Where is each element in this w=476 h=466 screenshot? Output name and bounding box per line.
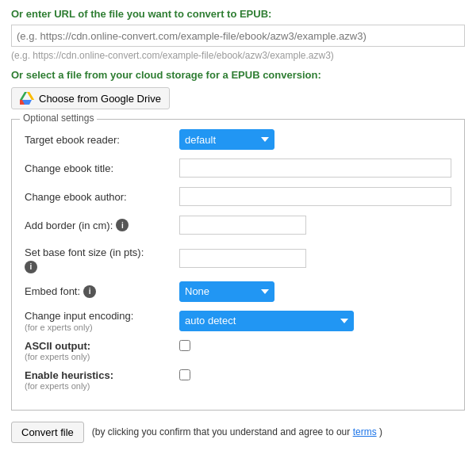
url-section: Or enter URL of the file you want to con…	[11, 8, 465, 61]
url-section-label: Or enter URL of the file you want to con…	[11, 8, 465, 20]
encoding-select[interactable]: auto detect UTF-8 ISO-8859-1	[179, 311, 354, 331]
svg-marker-6	[27, 92, 34, 100]
ascii-output-control	[179, 340, 451, 351]
terms-link[interactable]: terms	[353, 426, 377, 437]
font-size-info-icon[interactable]: i	[25, 261, 37, 273]
gdrive-icon	[20, 92, 34, 105]
add-border-row: Add border (in cm): i	[25, 215, 451, 235]
change-author-control	[179, 187, 451, 206]
change-author-row: Change ebook author:	[25, 186, 451, 207]
target-ebook-reader-row: Target ebook reader: default Kindle Kobo…	[25, 129, 451, 150]
url-input[interactable]	[11, 25, 465, 47]
optional-settings-panel: Optional settings Target ebook reader: d…	[11, 119, 465, 411]
heuristics-row: Enable heuristics: (for experts only)	[25, 369, 451, 391]
add-border-label: Add border (in cm): i	[25, 219, 179, 231]
heuristics-sublabel: (for experts only)	[25, 381, 179, 391]
disclaimer-prefix: (by clicking you confirm that you unders…	[92, 426, 351, 437]
heuristics-checkbox[interactable]	[179, 369, 190, 380]
change-title-label: Change ebook title:	[25, 162, 179, 174]
add-border-info-icon[interactable]: i	[116, 219, 129, 231]
gdrive-button-label: Choose from Google Drive	[39, 93, 161, 105]
font-size-control	[179, 249, 451, 268]
change-author-label: Change ebook author:	[25, 191, 179, 203]
heuristics-control	[179, 369, 451, 380]
encoding-control: auto detect UTF-8 ISO-8859-1	[179, 311, 451, 331]
cloud-section-label: Or select a file from your cloud storage…	[11, 69, 465, 81]
font-size-label: Set base font size (in pts): i	[25, 246, 179, 273]
ascii-label-stack: ASCII output: (for experts only)	[25, 340, 179, 361]
font-size-label-stack: Set base font size (in pts): i	[25, 246, 144, 273]
target-ebook-reader-control: default Kindle Kobo Nook	[179, 129, 451, 150]
ascii-output-label: ASCII output:	[25, 340, 179, 352]
encoding-row: Change input encoding: (for e xperts onl…	[25, 310, 451, 332]
target-ebook-reader-label: Target ebook reader:	[25, 134, 179, 146]
ascii-output-checkbox[interactable]	[179, 340, 190, 351]
ascii-output-row: ASCII output: (for experts only)	[25, 340, 451, 361]
embed-font-label: Embed font: i	[25, 285, 179, 298]
change-author-input[interactable]	[179, 187, 451, 206]
bottom-bar: Convert file (by clicking you confirm th…	[11, 422, 465, 443]
encoding-label-stack: Change input encoding: (for e xperts onl…	[25, 310, 133, 332]
embed-font-row: Embed font: i None Arial Times New Roman…	[25, 281, 451, 302]
font-size-row: Set base font size (in pts): i	[25, 243, 451, 273]
add-border-control	[179, 216, 451, 235]
disclaimer-text: (by clicking you confirm that you unders…	[92, 425, 382, 439]
ascii-output-sublabel: (for experts only)	[25, 352, 179, 361]
svg-marker-2	[20, 92, 27, 100]
add-border-input[interactable]	[179, 216, 306, 235]
change-title-input[interactable]	[179, 159, 451, 178]
embed-font-control: None Arial Times New Roman Courier	[179, 281, 451, 302]
cloud-section: Or select a file from your cloud storage…	[11, 69, 465, 119]
change-title-row: Change ebook title:	[25, 158, 451, 178]
heuristics-label: Enable heuristics:	[25, 369, 179, 381]
encoding-sublabel: (for e xperts only)	[25, 323, 133, 332]
embed-font-select[interactable]: None Arial Times New Roman Courier	[179, 281, 274, 302]
target-ebook-reader-select[interactable]: default Kindle Kobo Nook	[179, 129, 274, 150]
encoding-label: Change input encoding: (for e xperts onl…	[25, 310, 179, 332]
url-placeholder-text: (e.g. https://cdn.online-convert.com/exa…	[11, 50, 465, 61]
heuristics-label-stack: Enable heuristics: (for experts only)	[25, 369, 179, 391]
optional-settings-legend: Optional settings	[20, 113, 97, 124]
disclaimer-suffix: )	[379, 426, 382, 437]
embed-font-info-icon[interactable]: i	[83, 285, 96, 298]
convert-button[interactable]: Convert file	[11, 422, 84, 443]
font-size-input[interactable]	[179, 249, 306, 268]
gdrive-button[interactable]: Choose from Google Drive	[11, 87, 170, 109]
change-title-control	[179, 159, 451, 178]
